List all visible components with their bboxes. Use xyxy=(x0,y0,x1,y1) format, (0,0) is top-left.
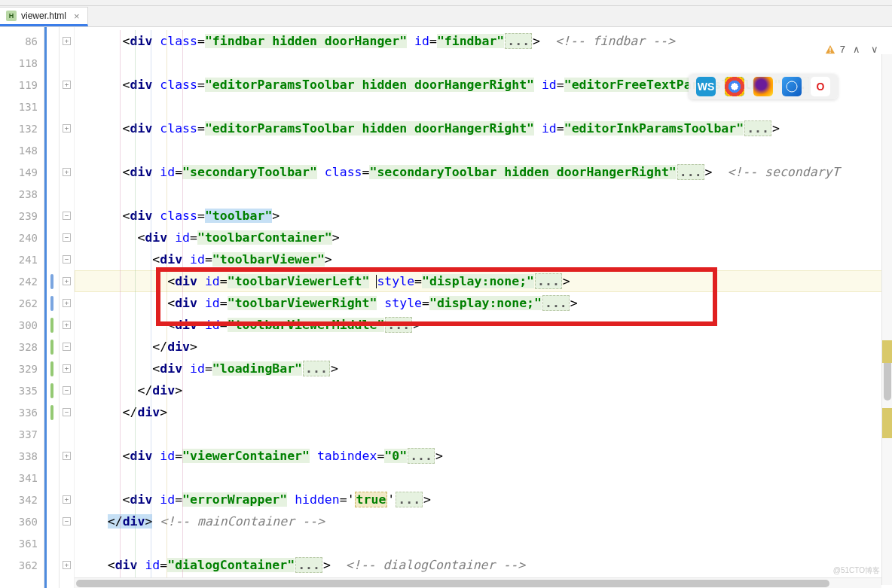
fold-toggle[interactable]: − xyxy=(60,401,74,423)
code-line[interactable]: <div id="dialogContainer"...> <!-- dialo… xyxy=(75,554,892,576)
fold-toggle xyxy=(60,467,74,489)
line-number: 241 xyxy=(0,248,44,270)
file-tab[interactable]: H viewer.html × xyxy=(0,7,88,26)
fold-toggle[interactable]: − xyxy=(60,205,74,227)
line-number: 262 xyxy=(0,292,44,314)
code-line[interactable] xyxy=(75,423,892,445)
fold-toggle[interactable]: − xyxy=(60,248,74,270)
line-number-gutter: 8611811913113214814923823924024124226230… xyxy=(0,27,44,588)
code-line[interactable] xyxy=(75,467,892,489)
html-file-icon: H xyxy=(6,11,17,21)
watermark: @51CTO博客 xyxy=(833,565,880,576)
fold-toggle xyxy=(60,96,74,117)
line-number: 337 xyxy=(0,423,44,445)
code-line[interactable]: <div id="toolbarViewer"> xyxy=(75,248,892,270)
editor-area: 8611811913113214814923823924024124226230… xyxy=(0,27,892,588)
line-number: 360 xyxy=(0,510,44,532)
fold-toggle[interactable]: + xyxy=(60,489,74,510)
svg-point-2 xyxy=(787,81,797,92)
vertical-scrollbar[interactable] xyxy=(881,54,892,585)
fold-toggle[interactable]: + xyxy=(60,117,74,139)
fold-toggle xyxy=(60,52,74,74)
code-line[interactable]: <div id="toolbarContainer"> xyxy=(75,227,892,248)
line-number: 361 xyxy=(0,532,44,554)
line-number: 148 xyxy=(0,139,44,161)
firefox-icon[interactable] xyxy=(753,77,773,96)
code-line[interactable]: <div class="editorParamsToolbar hidden d… xyxy=(75,117,892,139)
warning-icon xyxy=(825,44,835,55)
fold-toggle[interactable]: + xyxy=(60,74,74,96)
browser-dock: WS O xyxy=(689,74,838,99)
opera-icon[interactable]: O xyxy=(811,77,830,96)
chrome-icon[interactable] xyxy=(725,77,744,96)
fold-toggle[interactable]: − xyxy=(60,510,74,532)
horizontal-scrollbar[interactable] xyxy=(75,577,881,588)
inspection-hints[interactable]: 7 ∧ ∨ xyxy=(825,44,881,55)
fold-toggle[interactable]: + xyxy=(60,314,74,336)
code-line[interactable]: <div id="secondaryToolbar" class="second… xyxy=(75,161,892,183)
line-number: 132 xyxy=(0,117,44,139)
fold-toggle[interactable]: − xyxy=(60,227,74,248)
code-line[interactable]: <div id="loadingBar"...> xyxy=(75,358,892,379)
fold-toggle[interactable]: − xyxy=(60,379,74,401)
line-number: 338 xyxy=(0,445,44,467)
fold-toggle[interactable]: + xyxy=(60,270,74,292)
line-number: 86 xyxy=(0,30,44,52)
fold-toggle xyxy=(60,139,74,161)
line-number: 335 xyxy=(0,379,44,401)
gutter-vertical-line xyxy=(44,27,47,588)
fold-toggle xyxy=(60,183,74,205)
line-number: 119 xyxy=(0,74,44,96)
fold-toggle[interactable]: + xyxy=(60,161,74,183)
code-line[interactable] xyxy=(75,183,892,205)
safari-icon[interactable] xyxy=(782,77,802,96)
line-number: 341 xyxy=(0,467,44,489)
code-line[interactable]: </div> xyxy=(75,379,892,401)
code-line[interactable]: <div class="toolbar"> xyxy=(75,205,892,227)
close-icon[interactable]: × xyxy=(74,11,80,22)
webstorm-icon[interactable]: WS xyxy=(696,77,716,96)
tab-filename: viewer.html xyxy=(21,11,66,21)
line-number: 238 xyxy=(0,183,44,205)
fold-toggle[interactable]: − xyxy=(60,336,74,358)
line-number: 131 xyxy=(0,96,44,117)
code-line[interactable] xyxy=(75,52,892,74)
window-top-strip xyxy=(0,0,892,6)
prev-highlight-icon[interactable]: ∧ xyxy=(850,44,863,55)
horizontal-scroll-thumb[interactable] xyxy=(76,580,829,587)
fold-toggle[interactable]: + xyxy=(60,30,74,52)
code-line[interactable]: </div> xyxy=(75,336,892,358)
fold-toggle[interactable]: + xyxy=(60,445,74,467)
fold-toggle[interactable]: + xyxy=(60,554,74,576)
line-number: 242 xyxy=(0,270,44,292)
code-line[interactable]: <div id="toolbarViewerMiddle"...> xyxy=(75,314,892,336)
tab-strip: H viewer.html × xyxy=(0,6,892,27)
code-line[interactable] xyxy=(75,532,892,554)
next-highlight-icon[interactable]: ∨ xyxy=(868,44,881,55)
fold-toggle xyxy=(60,423,74,445)
code-line[interactable]: <div id="toolbarViewerRight" style="disp… xyxy=(75,292,892,314)
code-line[interactable]: <div id="viewerContainer" tabindex="0"..… xyxy=(75,445,892,467)
code-line[interactable]: <div id="toolbarViewerLeft" style="displ… xyxy=(75,270,892,292)
fold-toggle[interactable]: + xyxy=(60,292,74,314)
fold-gutter: ++++−−−+++−+−−++−+ xyxy=(60,27,75,588)
scroll-track-mark[interactable] xyxy=(882,340,892,363)
scroll-track-mark[interactable] xyxy=(882,408,892,438)
code-line[interactable]: <div class="findbar hidden doorHanger" i… xyxy=(75,30,892,52)
code-line[interactable]: <div id="errorWrapper" hidden='true'...> xyxy=(75,489,892,510)
code-text-area[interactable]: <div class="findbar hidden doorHanger" i… xyxy=(75,27,892,588)
code-line[interactable]: </div> xyxy=(75,401,892,423)
fold-toggle xyxy=(60,532,74,554)
fold-toggle[interactable]: + xyxy=(60,358,74,379)
line-number: 328 xyxy=(0,336,44,358)
warning-count: 7 xyxy=(840,44,845,55)
change-marker-gutter xyxy=(44,27,60,588)
code-line[interactable]: </div> <!-- mainContainer --> xyxy=(75,510,892,532)
line-number: 342 xyxy=(0,489,44,510)
svg-rect-0 xyxy=(829,47,830,50)
line-number: 149 xyxy=(0,161,44,183)
code-line[interactable] xyxy=(75,139,892,161)
line-number: 362 xyxy=(0,554,44,576)
line-number: 239 xyxy=(0,205,44,227)
line-number: 300 xyxy=(0,314,44,336)
